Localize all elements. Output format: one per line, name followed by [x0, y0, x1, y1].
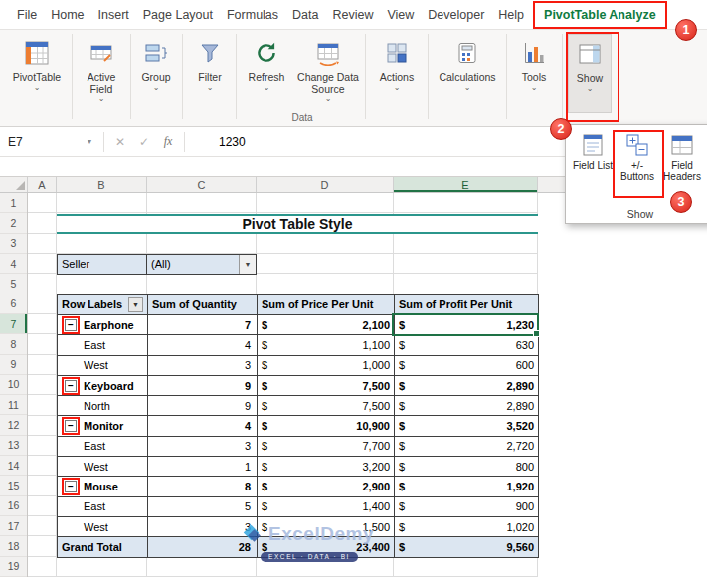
row-header[interactable]: 7 [0, 314, 27, 334]
pivot-cell-grand-total-qty[interactable]: 28 [148, 537, 258, 557]
tab-formulas[interactable]: Formulas [220, 1, 285, 29]
row-header[interactable]: 3 [0, 234, 27, 254]
row-header[interactable]: 2 [0, 213, 27, 233]
pivot-cell-price[interactable]: $10,900 [258, 416, 395, 436]
column-header-b[interactable]: B [57, 177, 147, 192]
pivot-cell-label[interactable]: − Earphone [58, 315, 148, 335]
pivot-cell-profit[interactable]: $630 [395, 335, 539, 355]
pivot-cell-qty[interactable]: 9 [148, 376, 258, 396]
pivot-cell-price[interactable]: $1,400 [258, 497, 395, 517]
tab-developer[interactable]: Developer [421, 1, 491, 29]
cancel-icon[interactable]: ✕ [108, 135, 132, 149]
tab-home[interactable]: Home [44, 1, 90, 29]
row-header[interactable]: 6 [0, 294, 27, 314]
pivot-cell-qty[interactable]: 3 [148, 356, 258, 376]
ribbon-button-active-field[interactable]: Active Field ⌄ [76, 34, 127, 113]
row-header[interactable]: 8 [0, 334, 27, 354]
pivot-cell-profit[interactable]: $3,520 [395, 416, 539, 436]
row-header[interactable]: 18 [0, 536, 27, 556]
ribbon-button-actions[interactable]: Actions ⌄ [370, 34, 424, 113]
chevron-down-icon[interactable]: ⌄ [13, 84, 61, 92]
chevron-down-icon[interactable]: ⌄ [76, 96, 127, 103]
pivot-cell-price[interactable]: $1,500 [258, 517, 395, 537]
pivot-cell-grand-total-profit[interactable]: $9,560 [395, 537, 539, 557]
tab-pivottable-analyze[interactable]: PivotTable Analyze [539, 1, 661, 29]
collapse-button[interactable]: − [65, 319, 77, 331]
pivot-cell-label[interactable]: North [58, 396, 148, 416]
tab-review[interactable]: Review [325, 1, 380, 29]
pivot-cell-label[interactable]: West [58, 457, 148, 477]
row-header[interactable]: 12 [0, 415, 27, 435]
select-all-button[interactable] [0, 177, 28, 192]
pivot-cell-price[interactable]: $1,100 [258, 335, 395, 355]
chevron-down-icon[interactable]: ⌄ [380, 84, 414, 92]
tab-view[interactable]: View [380, 1, 421, 29]
row-header[interactable]: 10 [0, 375, 27, 395]
row-header[interactable]: 5 [0, 274, 27, 294]
row-header[interactable]: 9 [0, 355, 27, 375]
pivot-header-profit[interactable]: Sum of Profit Per Unit [395, 295, 539, 315]
ribbon-button-group[interactable]: Group ⌄ [133, 34, 179, 113]
row-header[interactable]: 1 [0, 193, 27, 213]
pivot-header-row-labels[interactable]: Row Labels ▼ [58, 295, 148, 315]
pivot-cell-label[interactable]: West [58, 517, 148, 537]
chevron-down-icon[interactable]: ⌄ [439, 84, 495, 92]
chevron-down-icon[interactable]: ⌄ [198, 84, 221, 92]
pivot-cell-qty[interactable]: 3 [148, 437, 258, 457]
pivot-cell-profit[interactable]: $2,890 [395, 376, 539, 396]
pivot-cell-qty[interactable]: 1 [148, 457, 258, 477]
tab-page-layout[interactable]: Page Layout [136, 1, 220, 29]
pivot-cell-label[interactable]: East [58, 335, 148, 355]
pivot-cell-profit[interactable]: $1,920 [395, 477, 539, 496]
pivot-cell-price[interactable]: $1,000 [258, 356, 395, 376]
pivot-cell-label[interactable]: East [58, 437, 148, 457]
report-filter-label-cell[interactable]: Seller [57, 254, 147, 275]
enter-icon[interactable]: ✓ [132, 135, 156, 149]
chevron-down-icon[interactable]: ⌄ [249, 84, 285, 92]
tab-file[interactable]: File [10, 1, 44, 29]
fill-handle[interactable] [533, 330, 540, 337]
pivot-cell-profit[interactable]: $1,020 [395, 517, 539, 537]
pivot-cell-price[interactable]: $7,500 [258, 396, 395, 416]
tab-insert[interactable]: Insert [91, 1, 136, 29]
collapse-button[interactable]: − [65, 380, 77, 392]
row-header[interactable]: 19 [0, 557, 27, 577]
report-filter-dropdown-button[interactable]: ▼ [239, 255, 256, 274]
row-header[interactable]: 14 [0, 456, 27, 476]
ribbon-button-tools[interactable]: Tools ⌄ [511, 34, 557, 113]
pivot-cell-qty[interactable]: 8 [148, 477, 258, 496]
pivot-cell-price[interactable]: $7,700 [258, 437, 395, 457]
ribbon-button-refresh[interactable]: Refresh ⌄ [241, 34, 292, 113]
ribbon-button-pivottable[interactable]: PivotTable ⌄ [6, 34, 68, 113]
insert-function-icon[interactable]: fx [156, 134, 180, 149]
pivot-cell-profit[interactable]: $800 [395, 457, 539, 477]
chevron-down-icon[interactable]: ⌄ [522, 84, 547, 92]
pivot-cell-qty[interactable]: 3 [148, 517, 258, 537]
pivot-cell-profit[interactable]: $600 [395, 356, 539, 376]
chevron-down-icon[interactable]: ⌄ [294, 96, 362, 103]
sheet-title[interactable]: Pivot Table Style [57, 214, 538, 235]
pivot-cell-profit[interactable]: $2,890 [395, 396, 539, 416]
pivot-cell-qty[interactable]: 7 [148, 315, 258, 335]
collapse-button[interactable]: − [65, 481, 77, 492]
pivot-cell-qty[interactable]: 4 [148, 335, 258, 355]
column-header-a[interactable]: A [28, 177, 57, 192]
row-header[interactable]: 13 [0, 436, 27, 456]
row-header[interactable]: 4 [0, 254, 27, 274]
menu-item-field-headers[interactable]: Field Headers [660, 132, 704, 182]
pivot-cell-price[interactable]: $7,500 [258, 376, 395, 396]
pivot-cell-qty[interactable]: 5 [148, 497, 258, 517]
pivot-cell-label[interactable]: West [58, 356, 148, 376]
ribbon-button-filter[interactable]: Filter ⌄ [187, 34, 233, 113]
pivot-header-price[interactable]: Sum of Price Per Unit [258, 295, 395, 315]
pivot-cell-grand-total-label[interactable]: Grand Total [58, 537, 148, 557]
pivot-cell-label[interactable]: − Mouse [58, 477, 148, 496]
menu-item-field-list[interactable]: Field List [571, 132, 615, 182]
tab-data[interactable]: Data [285, 1, 325, 29]
column-header-c[interactable]: C [147, 177, 257, 192]
row-header[interactable]: 16 [0, 496, 27, 516]
pivot-cell-grand-total-price[interactable]: $23,400 [258, 537, 395, 557]
pivot-cell-price[interactable]: $2,100 [258, 315, 395, 335]
row-labels-filter-button[interactable]: ▼ [128, 297, 143, 312]
pivot-cell-label[interactable]: East [58, 497, 148, 517]
